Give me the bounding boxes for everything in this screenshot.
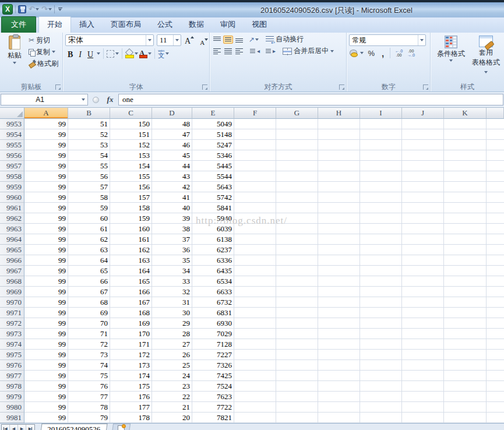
cell-K9980[interactable] (444, 402, 487, 413)
cell-K9977[interactable] (444, 371, 487, 381)
cell-D9963[interactable]: 38 (152, 224, 192, 234)
row-header-9960[interactable]: 9960 (0, 192, 24, 203)
font-color-icon[interactable]: A (139, 49, 147, 58)
cell-H9967[interactable] (318, 266, 360, 276)
cell-H9966[interactable] (318, 255, 360, 266)
cell-B9980[interactable]: 78 (68, 402, 110, 413)
customize-qat-button[interactable] (57, 8, 62, 11)
cell-E9957[interactable]: 5445 (192, 161, 234, 171)
cell-A9980[interactable]: 99 (24, 402, 68, 413)
cell-I9976[interactable] (360, 360, 402, 371)
cell-A9960[interactable]: 99 (24, 192, 68, 203)
cell-G9967[interactable] (276, 266, 318, 276)
cell-I9978[interactable] (360, 381, 402, 392)
tab-审阅[interactable]: 审阅 (212, 17, 244, 33)
cell-G9958[interactable] (276, 171, 318, 182)
cell-K9964[interactable] (444, 234, 487, 245)
cell-I9981[interactable] (360, 413, 402, 423)
column-header-partial[interactable] (487, 108, 504, 119)
tab-文件[interactable]: 文件 (1, 16, 36, 33)
cell-C9980[interactable]: 177 (110, 402, 152, 413)
row-header-9955[interactable]: 9955 (0, 140, 24, 150)
last-sheet-button[interactable]: ▶ (26, 425, 34, 430)
row-header-9973[interactable]: 9973 (0, 329, 24, 339)
cell-A9977[interactable]: 99 (24, 371, 68, 381)
save-icon[interactable] (18, 5, 26, 13)
cell-A9970[interactable]: 99 (24, 297, 68, 308)
cell-J9959[interactable] (402, 182, 444, 192)
cell-A9963[interactable]: 99 (24, 224, 68, 234)
column-header-B[interactable]: B (68, 108, 110, 119)
cell-D9972[interactable]: 29 (152, 318, 192, 329)
cell-K9969[interactable] (444, 287, 487, 297)
percent-style-button[interactable]: % (365, 49, 378, 58)
accounting-dropdown-arrow[interactable] (360, 52, 364, 54)
cell-K9968[interactable] (444, 276, 487, 287)
cell-D9975[interactable]: 26 (152, 350, 192, 360)
bold-button[interactable]: B (65, 48, 75, 59)
cell-I9956[interactable] (360, 150, 402, 161)
cell-B9953[interactable]: 51 (68, 119, 110, 129)
cell-F9954[interactable] (234, 129, 276, 140)
cell-K9963[interactable] (444, 224, 487, 234)
cell-D9971[interactable]: 30 (152, 308, 192, 318)
column-header-C[interactable]: C (110, 108, 152, 119)
cell-L9957[interactable] (487, 161, 504, 171)
cell-I9973[interactable] (360, 329, 402, 339)
cell-D9977[interactable]: 24 (152, 371, 192, 381)
cell-E9966[interactable]: 6336 (192, 255, 234, 266)
cell-L9954[interactable] (487, 129, 504, 140)
cell-E9959[interactable]: 5643 (192, 182, 234, 192)
cell-L9979[interactable] (487, 392, 504, 402)
cell-E9963[interactable]: 6039 (192, 224, 234, 234)
cell-L9971[interactable] (487, 308, 504, 318)
cell-C9971[interactable]: 168 (110, 308, 152, 318)
cell-G9964[interactable] (276, 234, 318, 245)
cell-J9979[interactable] (402, 392, 444, 402)
cell-B9958[interactable]: 56 (68, 171, 110, 182)
cell-F9975[interactable] (234, 350, 276, 360)
cell-C9973[interactable]: 170 (110, 329, 152, 339)
decrease-decimal-button[interactable]: .00→.0 (406, 49, 417, 57)
cell-E9954[interactable]: 5148 (192, 129, 234, 140)
cell-F9967[interactable] (234, 266, 276, 276)
cell-A9979[interactable]: 99 (24, 392, 68, 402)
cell-G9960[interactable] (276, 192, 318, 203)
cell-F9968[interactable] (234, 276, 276, 287)
fill-color-icon[interactable] (125, 49, 133, 58)
cell-J9956[interactable] (402, 150, 444, 161)
cell-H9981[interactable] (318, 413, 360, 423)
cell-B9968[interactable]: 66 (68, 276, 110, 287)
cell-F9969[interactable] (234, 287, 276, 297)
cell-J9967[interactable] (402, 266, 444, 276)
row-header-9953[interactable]: 9953 (0, 119, 24, 129)
cell-E9979[interactable]: 7623 (192, 392, 234, 402)
cell-I9959[interactable] (360, 182, 402, 192)
cell-B9969[interactable]: 67 (68, 287, 110, 297)
conditional-formatting-button[interactable]: 条件格式 (435, 34, 467, 82)
cell-A9959[interactable]: 99 (24, 182, 68, 192)
cell-D9973[interactable]: 28 (152, 329, 192, 339)
tab-页面布局[interactable]: 页面布局 (103, 17, 149, 33)
cell-H9953[interactable] (318, 119, 360, 129)
increase-decimal-button[interactable]: ←.0.00 (393, 49, 404, 57)
cell-J9960[interactable] (402, 192, 444, 203)
cell-G9974[interactable] (276, 339, 318, 350)
cell-F9955[interactable] (234, 140, 276, 150)
cell-J9953[interactable] (402, 119, 444, 129)
cell-A9971[interactable]: 99 (24, 308, 68, 318)
tab-公式[interactable]: 公式 (149, 17, 181, 33)
cell-D9964[interactable]: 37 (152, 234, 192, 245)
cell-B9976[interactable]: 74 (68, 360, 110, 371)
row-header-9966[interactable]: 9966 (0, 255, 24, 266)
cell-F9973[interactable] (234, 329, 276, 339)
cell-H9969[interactable] (318, 287, 360, 297)
row-header-9975[interactable]: 9975 (0, 350, 24, 360)
cell-C9958[interactable]: 155 (110, 171, 152, 182)
cell-H9976[interactable] (318, 360, 360, 371)
cell-A9969[interactable]: 99 (24, 287, 68, 297)
underline-button[interactable]: U (85, 48, 96, 59)
cell-F9972[interactable] (234, 318, 276, 329)
cell-I9974[interactable] (360, 339, 402, 350)
cell-B9961[interactable]: 59 (68, 203, 110, 213)
